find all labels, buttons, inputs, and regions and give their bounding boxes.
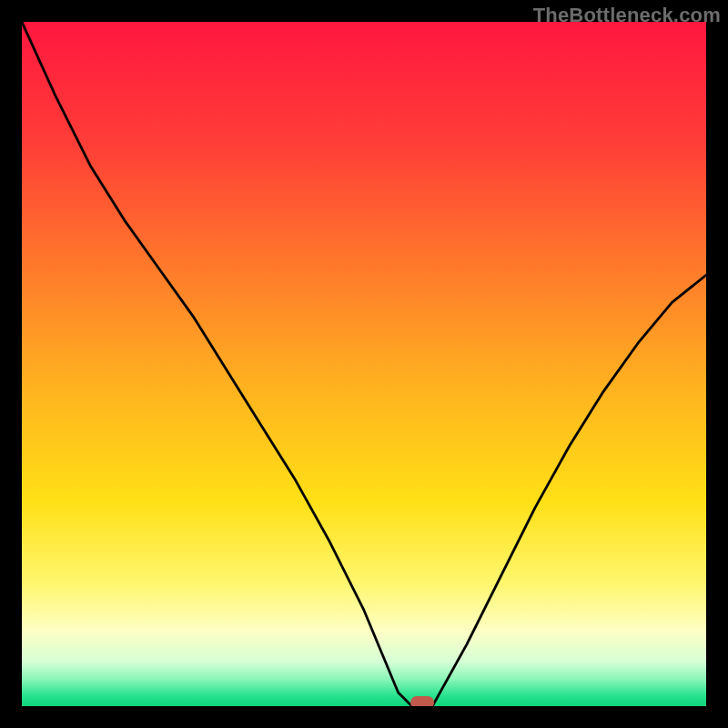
bottleneck-curve-path xyxy=(22,22,706,706)
plot-area xyxy=(22,22,706,706)
watermark-text: TheBottleneck.com xyxy=(533,4,721,27)
bottleneck-curve xyxy=(22,22,706,706)
optimal-point-marker xyxy=(410,696,434,706)
outer-frame: TheBottleneck.com xyxy=(0,0,728,728)
